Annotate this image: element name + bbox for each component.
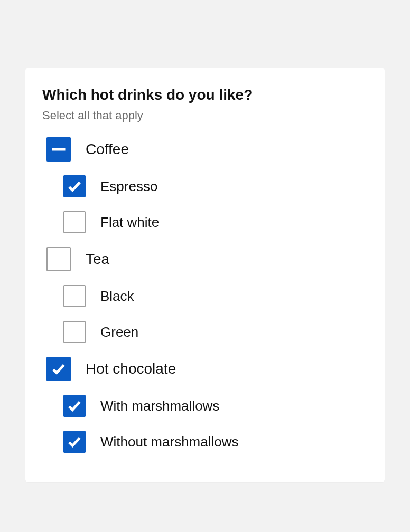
checkbox-checked-icon[interactable] [46,357,71,381]
checkbox-indeterminate-icon[interactable] [46,137,71,162]
children-tea: Black Green [59,285,368,343]
checkbox-row-flat-white[interactable]: Flat white [59,211,368,233]
checkbox-label[interactable]: Black [100,288,134,305]
checkbox-unchecked-icon[interactable] [46,247,71,271]
children-hot-chocolate: With marshmallows Without marshmallows [59,395,368,453]
checkbox-checked-icon[interactable] [63,395,86,417]
checkbox-row-with-marshmallows[interactable]: With marshmallows [59,395,368,417]
checkbox-label[interactable]: Hot chocolate [86,360,176,377]
checkbox-label[interactable]: Without marshmallows [100,434,239,450]
checkbox-checked-icon[interactable] [63,431,86,453]
checkbox-row-coffee[interactable]: Coffee [42,137,368,162]
children-coffee: Espresso Flat white [59,175,368,233]
checkbox-group-coffee: Coffee Espresso Flat white [42,137,368,233]
hint-text: Select all that apply [42,109,368,122]
checkbox-checked-icon[interactable] [63,175,86,197]
checkbox-label[interactable]: Flat white [100,214,159,231]
checkbox-label[interactable]: Coffee [86,141,129,158]
checkbox-label[interactable]: Espresso [100,178,157,195]
checkbox-group-tea: Tea Black Green [42,247,368,343]
checkbox-label[interactable]: With marshmallows [100,398,219,414]
checkbox-label[interactable]: Tea [86,251,109,268]
checkbox-unchecked-icon[interactable] [63,211,86,233]
checkbox-label[interactable]: Green [100,324,138,340]
checkbox-group-hot-chocolate: Hot chocolate With marshmallows Without … [42,357,368,453]
checkbox-row-without-marshmallows[interactable]: Without marshmallows [59,431,368,453]
checkbox-row-green[interactable]: Green [59,321,368,343]
checkbox-row-espresso[interactable]: Espresso [59,175,368,197]
checkbox-unchecked-icon[interactable] [63,285,86,307]
card: Which hot drinks do you like? Select all… [25,68,385,482]
checkbox-row-hot-chocolate[interactable]: Hot chocolate [42,357,368,381]
checkbox-row-tea[interactable]: Tea [42,247,368,271]
checkbox-unchecked-icon[interactable] [63,321,86,343]
checkbox-row-black[interactable]: Black [59,285,368,307]
question-heading: Which hot drinks do you like? [42,87,368,103]
